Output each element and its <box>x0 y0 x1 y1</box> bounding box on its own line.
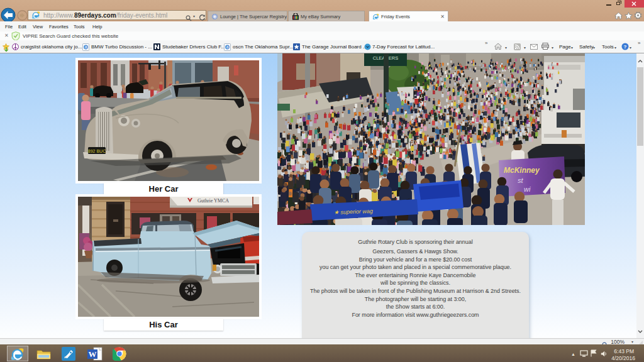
svg-text:?: ? <box>624 44 627 50</box>
svg-text:a: a <box>226 45 229 49</box>
svg-text:W: W <box>89 349 97 359</box>
svg-text:a: a <box>85 45 87 49</box>
svg-text:McKinney: McKinney <box>504 166 540 175</box>
svg-text:Guthrie YMCA: Guthrie YMCA <box>197 198 229 204</box>
svg-text:892 BUC: 892 BUC <box>88 149 106 153</box>
svg-text:wi: wi <box>524 185 531 193</box>
svg-text:st: st <box>518 177 524 184</box>
